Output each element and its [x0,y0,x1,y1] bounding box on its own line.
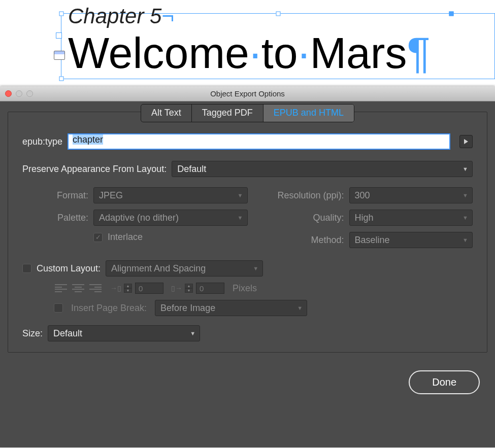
chevron-down-icon: ▼ [463,192,468,198]
preserve-label: Preserve Appearance From Layout: [22,164,167,175]
dialog-footer: Done [0,360,495,394]
alignment-group [54,283,103,294]
alignment-spacing-row: →▯ ▲▼ 0 ▯→ ▲▼ 0 Pixels [8,280,487,297]
resolution-label: Resolution (ppi): [248,190,344,201]
interlace-checkbox[interactable] [93,233,103,242]
selection-handle-nw[interactable] [59,12,64,16]
chevron-down-icon: ▼ [463,237,468,243]
selection-handle-sw[interactable] [59,77,64,81]
custom-layout-label: Custom Layout: [37,263,101,274]
resolution-select[interactable]: 300▼ [349,187,473,203]
palette-label: Palette: [22,213,88,223]
palette-select[interactable]: Adaptive (no dither)▼ [93,210,248,226]
space-after-value[interactable]: 0 [196,283,224,294]
insert-page-break-select[interactable]: Before Image▼ [155,300,307,316]
panel-frame: Alt Text Tagged PDF EPUB and HTML epub:t… [8,112,487,353]
size-select[interactable]: Default▼ [48,325,200,341]
line-break-glyph: ¬ [161,4,174,28]
selection-handle-ne[interactable] [449,12,453,16]
space-before-stepper[interactable]: →▯ ▲▼ 0 [111,283,163,294]
method-label: Method: [248,235,344,246]
preserve-select[interactable]: Default ▼ [172,161,473,177]
insert-page-break-checkbox[interactable] [54,303,63,313]
title-word-2: to [261,28,298,77]
format-select[interactable]: JPEG▼ [93,187,248,203]
interlace-label: Interlace [108,232,143,243]
space-after-stepper[interactable]: ▯→ ▲▼ 0 [172,283,224,294]
insert-page-break-label: Insert Page Break: [71,303,147,314]
chevron-down-icon: ▼ [463,215,468,221]
chevron-down-icon: ▼ [238,215,243,221]
object-export-tag-icon [54,51,65,60]
page-break-row: Insert Page Break: Before Image▼ [8,297,487,319]
tab-tagged-pdf[interactable]: Tagged PDF [192,105,263,122]
space-dot-icon: · [249,28,261,77]
title-line: Welcome·to·Mars¶ [68,28,431,79]
epub-type-input[interactable]: chapter [68,133,450,150]
align-right-icon[interactable] [88,283,103,294]
title-word-1: Welcome [68,28,249,77]
quality-label: Quality: [248,213,344,223]
format-label: Format: [22,190,88,201]
selection-handle-n[interactable] [276,12,280,16]
chevron-down-icon: ▼ [190,330,195,336]
method-select[interactable]: Baseline▼ [349,232,473,248]
space-before-icon: →▯ [111,283,121,293]
custom-layout-checkbox[interactable] [22,264,31,273]
pilcrow-icon: ¶ [407,28,431,77]
size-label: Size: [22,328,43,339]
chevron-down-icon: ▼ [253,265,258,271]
object-export-options-dialog: Object Export Options Alt Text Tagged PD… [0,86,495,447]
size-row: Size: Default▼ [8,322,487,344]
tab-epub-html[interactable]: EPUB and HTML [263,105,354,122]
play-icon [464,139,469,145]
image-options-grid: Format: JPEG▼ Palette: Adaptive (no dith… [8,184,487,251]
titlebar: Object Export Options [0,86,495,101]
preserve-row: Preserve Appearance From Layout: Default… [8,158,487,180]
document-canvas: Chapter 5¬ Welcome·to·Mars¶ [0,0,495,86]
chapter-label: Chapter 5 [68,4,161,28]
tab-alt-text[interactable]: Alt Text [141,105,192,122]
space-dot-icon: · [298,28,310,77]
epub-type-label: epub:type [22,136,62,147]
custom-layout-row: Custom Layout: Alignment And Spacing▼ [8,257,487,280]
quality-select[interactable]: High▼ [349,210,473,226]
epub-type-row: epub:type chapter [8,130,487,153]
preserve-value: Default [177,164,206,175]
epub-type-value: chapter [73,134,103,145]
tab-bar: Alt Text Tagged PDF EPUB and HTML [8,104,487,122]
window-title: Object Export Options [0,89,495,98]
title-word-3: Mars [310,28,407,77]
chapter-line: Chapter 5¬ [68,4,174,28]
chevron-down-icon: ▼ [463,166,468,172]
space-unit-label: Pixels [233,283,257,294]
custom-layout-select[interactable]: Alignment And Spacing▼ [106,260,263,277]
align-left-icon[interactable] [54,283,68,294]
chevron-down-icon: ▼ [238,192,243,198]
space-before-value[interactable]: 0 [135,283,163,294]
space-after-icon: ▯→ [172,283,182,293]
epub-type-menu-button[interactable] [459,135,473,148]
align-center-icon[interactable] [71,283,85,294]
inport-handle[interactable] [56,32,62,39]
done-button[interactable]: Done [409,370,480,394]
chevron-down-icon: ▼ [297,305,303,311]
